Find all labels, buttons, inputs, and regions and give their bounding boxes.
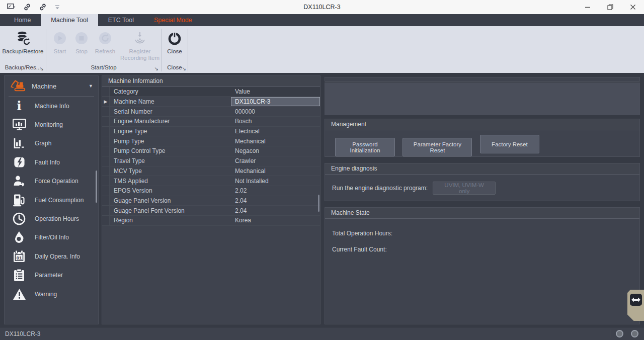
power-icon [167,28,183,48]
tab-etc-tool[interactable]: ETC Tool [98,14,144,26]
refresh-icon [98,28,112,48]
refresh-button: Refresh [93,28,118,55]
sidebar-item-fault-info[interactable]: Fault Info [5,153,98,172]
application-window: DX110LCR-3 Home Machine Tool ETC Tool Sp… [0,0,644,340]
user-arrow-icon [12,175,27,187]
sidebar-item-machine-info[interactable]: i Machine Info [5,97,98,115]
database-restore-icon [15,28,31,48]
sidebar-header[interactable]: Machine ▼ [5,76,98,96]
engine-diagnosis-section: Engine diagnosis Run the engine diagnost… [325,163,640,201]
sidebar-item-fuel-consumption[interactable]: Fuel Consumption [5,191,98,209]
tab-machine-tool[interactable]: Machine Tool [41,14,98,26]
sidebar-item-warning[interactable]: Warning [5,285,98,303]
ribbon: Backup/Restore Backup/Res... ↘ Start Sto… [0,26,644,73]
close-button[interactable] [621,0,644,14]
tab-special-mode[interactable]: Special Mode [144,14,202,26]
sidebar-item-parameter[interactable]: Parameter [5,266,98,285]
table-row[interactable]: Engine Manufacturer Bosch [102,117,320,127]
empty-section-header [325,77,640,81]
machine-information-title: Machine Information [102,76,320,87]
statusbar-machine-name: DX110LCR-3 [5,330,40,337]
uvim-diagnostic-button: UVIM, UVIM-W only [433,182,496,195]
password-initialization-button[interactable]: Password Initialization [335,138,395,156]
group-label-backup: Backup/Res... [0,63,46,72]
sidebar: Machine ▼ i Machine Info Monitoring Grap… [4,75,99,324]
table-scrollbar[interactable] [318,195,319,212]
status-indicator-icon[interactable] [616,330,623,337]
chevron-down-icon[interactable]: ▼ [89,83,93,89]
svg-text:01: 01 [17,255,22,261]
table-row[interactable]: Engine Type Electrical [102,127,320,137]
monitor-chart-icon [12,119,27,131]
table-row[interactable]: MCV Type Mechanical [102,166,320,177]
table-row[interactable]: EPOS Version 2.02 [102,186,320,196]
excavator-icon [11,78,27,94]
dialog-launcher-icon[interactable]: ↘ [154,66,158,71]
backup-restore-button[interactable]: Backup/Restore [0,28,46,55]
record-target-icon [132,28,148,48]
table-row[interactable]: Pump Type Mechanical [102,136,320,146]
clipboard-icon [12,269,27,282]
engine-diagnostic-label: Run the engine diagnostic program: [332,185,428,192]
table-row[interactable]: Guage Panel Version 2.04 [102,196,320,206]
management-section: Management Password Initialization Param… [325,119,640,157]
table-row[interactable]: ▶ Machine Name DX110LCR-3 [102,97,320,107]
current-fault-count-label: Current Fault Count: [332,246,639,253]
table-row[interactable]: Pump Control Type Negacon [102,146,320,156]
info-icon: i [12,100,27,113]
clock-icon [12,212,27,225]
bar-chart-icon [12,137,27,149]
ribbon-group-start-stop: Start Stop Refresh [46,26,161,73]
status-indicator-icon[interactable] [631,330,638,337]
table-row[interactable]: Serial Number 000000 [102,107,320,117]
minimize-button[interactable] [576,0,599,14]
ribbon-group-close: Close Close ↘ [162,26,188,73]
factory-reset-button[interactable]: Factory Reset [480,135,539,153]
sidebar-item-filter-oil-info[interactable]: Filter/Oil Info [5,228,98,247]
machine-state-section: Machine State Total Operation Hours: Cur… [325,207,640,324]
dialog-launcher-icon[interactable]: ↘ [182,66,186,71]
group-label-start-stop: Start/Stop [46,63,161,72]
sidebar-scrollbar[interactable] [96,171,97,203]
sidebar-title: Machine [32,82,89,90]
fault-shield-icon [12,156,27,168]
table-row[interactable]: Guage Panel Font Version 2.04 [102,206,320,216]
table-row[interactable]: Region Korea [102,216,320,226]
column-header-category[interactable]: Category [110,88,231,95]
stop-button: Stop [71,28,92,55]
teamviewer-icon [630,294,642,306]
window-controls [576,0,644,14]
total-operation-hours-label: Total Operation Hours: [332,230,639,237]
fuel-pump-icon [12,193,27,207]
sidebar-item-force-operation[interactable]: Force Operation [5,172,98,191]
sidebar-item-graph[interactable]: Graph [5,134,98,153]
selected-row-indicator: ▶ [102,97,110,107]
ribbon-tabs: Home Machine Tool ETC Tool Special Mode [0,14,644,26]
warning-triangle-icon [12,288,27,300]
table-header-row: Category Value [102,87,320,97]
window-title: DX110LCR-3 [0,4,644,11]
stop-icon [74,28,89,48]
calendar-icon: 01 [12,250,27,263]
register-recording-item-button: Register Recording Item [119,28,161,61]
machine-information-table: Category Value ▶ Machine Name DX110LCR-3… [102,87,320,226]
column-header-value[interactable]: Value [231,87,320,97]
sidebar-item-daily-operation-info[interactable]: 01 Daily Opera. Info [5,247,98,266]
close-tool-button[interactable]: Close [162,28,188,55]
statusbar: DX110LCR-3 [0,327,644,340]
machine-state-title: Machine State [325,208,639,219]
parameter-factory-reset-button[interactable]: Parameter Factory Reset [403,138,472,156]
teamviewer-edge-tab[interactable] [627,290,644,321]
table-row[interactable]: Travel Type Crawler [102,156,320,166]
restore-button[interactable] [599,0,621,14]
empty-section-body [325,82,640,115]
tab-home[interactable]: Home [4,14,41,26]
oil-drop-icon [12,231,27,244]
sidebar-item-operation-hours[interactable]: Operation Hours [5,209,98,228]
dialog-launcher-icon[interactable]: ↘ [40,66,44,71]
machine-information-panel: Machine Information Category Value ▶ Mac… [102,75,320,324]
titlebar: DX110LCR-3 [0,0,644,14]
sidebar-item-monitoring[interactable]: Monitoring [5,115,98,134]
table-row[interactable]: TMS Applied Not Installed [102,176,320,186]
management-title: Management [325,119,639,130]
